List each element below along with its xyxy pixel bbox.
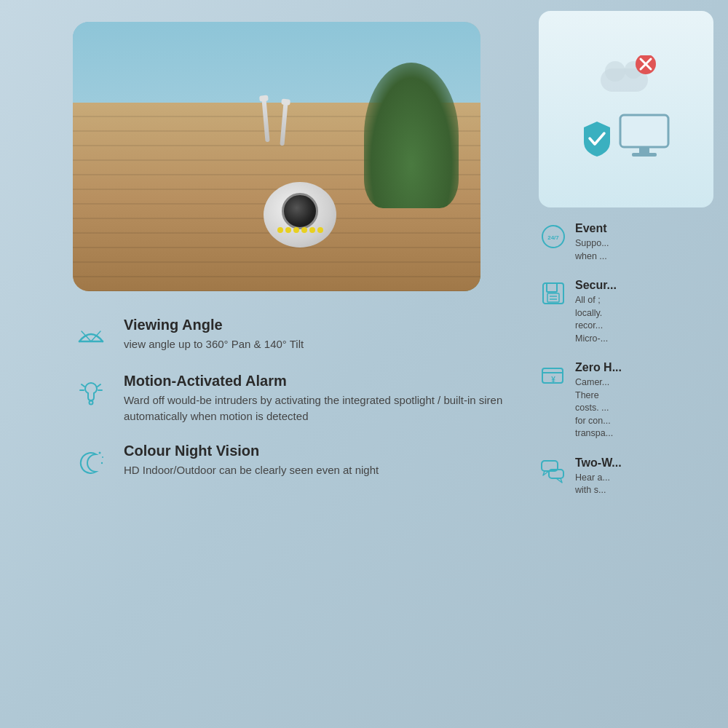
night-vision-desc: HD Indoor/Outdoor can be clearly seen ev… [124,462,510,478]
feature-motion-alarm: Motion-Activated Alarm Ward off would-be… [73,373,510,424]
camera-lens [282,193,318,229]
camera-lights [271,227,329,233]
feature-viewing-angle: Viewing Angle view angle up to 360° Pan … [73,317,510,355]
storage-icon [539,279,568,308]
right-panel: 24/7 Event Suppo...when ... [531,0,728,728]
camera-body [264,182,336,248]
svg-point-12 [605,61,625,82]
svg-rect-17 [620,115,668,147]
secure-desc: All of ;locally.recor...Micro-... [575,294,717,345]
camera-light [285,227,291,233]
camera-image-box [73,22,480,291]
main-container: Viewing Angle view angle up to 360° Pan … [0,0,728,728]
moon-icon [73,444,109,480]
svg-text:24/7: 24/7 [547,234,559,241]
svg-line-1 [82,331,91,341]
svg-line-6 [98,384,100,387]
two-way-text: Two-W... Hear a...with s... [575,456,717,497]
twoway-desc: Hear a...with s... [575,472,717,497]
right-feature-zero: ¥ Zero H... Camer...Therecosts. ...for c… [539,361,717,440]
svg-line-2 [91,331,100,341]
alarm-icon [73,374,109,411]
svg-line-4 [82,384,84,387]
antenna-tip-2 [281,99,290,106]
svg-point-8 [99,451,101,454]
antenna-tip-1 [259,95,269,102]
motion-alarm-title: Motion-Activated Alarm [124,373,510,389]
secure-title: Secur... [575,279,717,292]
svg-point-10 [101,462,103,463]
feature-viewing-angle-text: Viewing Angle view angle up to 360° Pan … [124,317,510,352]
features-list: Viewing Angle view angle up to 360° Pan … [73,317,510,480]
svg-text:¥: ¥ [551,376,555,384]
monitor-shield-illustration [582,114,670,164]
zero-desc: Camer...Therecosts. ...for con...transpa… [575,376,717,440]
svg-rect-23 [547,283,557,292]
camera-device [242,138,358,248]
illustration-box [539,11,713,207]
camera-light [317,227,323,233]
camera-light [293,227,299,233]
monitor-display [619,114,670,164]
viewing-angle-title: Viewing Angle [124,317,510,333]
chat-icon [539,456,568,486]
no-cloud-illustration [593,55,659,99]
svg-point-3 [90,401,93,405]
camera-light [277,227,283,233]
feature-night-vision: Colour Night Vision HD Indoor/Outdoor ca… [73,443,510,480]
left-panel: Viewing Angle view angle up to 360° Pan … [0,0,531,728]
trees-decoration [364,63,459,208]
event-title: Event [575,222,717,235]
night-vision-title: Colour Night Vision [124,443,510,459]
zero-hidden-text: Zero H... Camer...Therecosts. ...for con… [575,361,717,440]
clock247-icon: 24/7 [539,222,568,251]
secure-storage-text: Secur... All of ;locally.recor...Micro-.… [575,279,717,345]
event-desc: Suppo...when ... [575,237,717,263]
svg-rect-19 [632,153,657,157]
svg-rect-24 [547,293,559,302]
viewing-angle-desc: view angle up to 360° Pan & 140° Tilt [124,336,510,352]
semicircle-icon [73,318,109,355]
right-feature-twoway: Two-W... Hear a...with s... [539,456,717,497]
feature-motion-alarm-text: Motion-Activated Alarm Ward off would-be… [124,373,510,424]
motion-alarm-desc: Ward off would-be intruders by activatin… [124,392,510,424]
right-feature-storage: Secur... All of ;locally.recor...Micro-.… [539,279,717,345]
feature-night-vision-text: Colour Night Vision HD Indoor/Outdoor ca… [124,443,510,478]
twoway-title: Two-W... [575,456,717,470]
camera-light [301,227,307,233]
svg-point-9 [102,456,103,458]
camera-light [309,227,315,233]
right-feature-event: 24/7 Event Suppo...when ... [539,222,717,263]
event-recording-text: Event Suppo...when ... [575,222,717,263]
zero-title: Zero H... [575,361,717,374]
svg-rect-18 [639,147,649,153]
wallet-icon: ¥ [539,361,568,390]
